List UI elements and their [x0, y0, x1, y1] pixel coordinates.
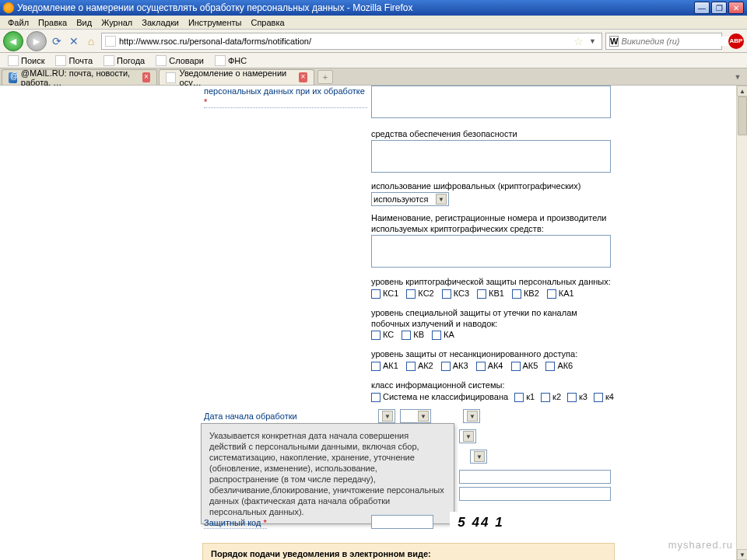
menu-tools[interactable]: Инструменты: [184, 16, 247, 29]
menu-history[interactable]: Журнал: [96, 16, 137, 29]
bookmark-item[interactable]: Поиск: [3, 54, 49, 67]
page-icon: [8, 55, 19, 66]
checkbox-kc[interactable]: КС: [371, 330, 394, 340]
urlbar-dropdown-icon[interactable]: ▼: [587, 37, 598, 45]
checkbox-ak3[interactable]: АК3: [441, 361, 468, 371]
select-year[interactable]: ▼: [463, 409, 480, 423]
tab-label: Уведомление о намерении осу…: [180, 68, 295, 87]
checkbox-ka[interactable]: КА: [432, 330, 454, 340]
label-captcha: Защитный код *: [204, 517, 267, 529]
checkbox-ka1[interactable]: КА1: [547, 289, 574, 299]
back-button[interactable]: ◄: [3, 31, 23, 51]
mailru-icon: [9, 72, 17, 83]
page-content: персональных данных при их обработке * с…: [0, 86, 736, 560]
tab-close-icon[interactable]: ×: [299, 72, 307, 82]
close-button[interactable]: ✕: [728, 2, 744, 14]
row-sys-classes: Система не классифицирована к1 к2 к3 к4: [371, 392, 614, 402]
tab-mailru[interactable]: @MAIL.RU: почта, новости, работа, … ×: [2, 69, 157, 85]
label-leak-level: уровень специальной защиты от утечки по …: [371, 307, 612, 329]
firefox-icon: [3, 2, 14, 13]
checkbox-ak6[interactable]: АК6: [545, 361, 573, 371]
checkbox-kv[interactable]: КВ: [402, 330, 424, 340]
window-title: Уведомление о намерении осуществлять обр…: [17, 2, 694, 13]
page-icon: [215, 55, 226, 66]
tab-list-button[interactable]: ▼: [731, 71, 744, 83]
wikipedia-icon: W: [609, 36, 619, 47]
text-input-2[interactable]: [459, 487, 611, 501]
select-month[interactable]: ▼: [400, 409, 431, 423]
textarea-processing[interactable]: [371, 86, 611, 118]
stop-button[interactable]: ✕: [67, 34, 81, 48]
site-icon: [105, 36, 116, 47]
forward-button[interactable]: ►: [26, 31, 47, 51]
select-tertiary[interactable]: ▼: [470, 450, 487, 464]
checkbox-ak1[interactable]: АК1: [371, 361, 398, 371]
menu-help[interactable]: Справка: [246, 16, 289, 29]
bookmark-item[interactable]: Словари: [151, 54, 209, 67]
scroll-down-icon[interactable]: ▼: [737, 549, 747, 560]
checkbox-ak5[interactable]: АК5: [511, 361, 538, 371]
scroll-thumb[interactable]: [738, 96, 747, 135]
home-button[interactable]: ⌂: [84, 34, 98, 48]
checkbox-ak4[interactable]: АК4: [476, 361, 503, 371]
select-secondary[interactable]: ▼: [459, 429, 476, 443]
checkbox-kc2[interactable]: КС2: [406, 289, 433, 299]
checkbox-ak2[interactable]: АК2: [406, 361, 433, 371]
search-box[interactable]: W 🔍: [605, 33, 722, 50]
label-sys-class: класс информационной системы:: [371, 380, 612, 390]
textarea-security-means[interactable]: [371, 140, 611, 173]
tab-notification[interactable]: Уведомление о намерении осу… ×: [159, 69, 314, 85]
tab-bar: @MAIL.RU: почта, новости, работа, … × Ув…: [0, 68, 747, 86]
tooltip-start-date: Указывается конкретная дата начала совер…: [201, 423, 454, 524]
checkbox-k3[interactable]: к3: [567, 392, 587, 402]
search-input[interactable]: [621, 37, 729, 46]
checkbox-kc1[interactable]: КС1: [371, 289, 398, 299]
bookmark-item[interactable]: ФНС: [210, 54, 251, 67]
scroll-up-icon[interactable]: ▲: [737, 86, 747, 96]
captcha-image: 5 44 1: [450, 512, 512, 534]
reload-button[interactable]: ⟳: [50, 34, 64, 48]
page-icon: [103, 55, 114, 66]
checkbox-not-classified[interactable]: Система не классифицирована: [371, 392, 508, 402]
text-input-1[interactable]: [459, 470, 611, 484]
menu-view[interactable]: Вид: [72, 16, 96, 29]
notice-title: Порядок подачи уведомления в электронном…: [211, 549, 431, 558]
minimize-button[interactable]: —: [694, 2, 710, 14]
checkbox-k1[interactable]: к1: [514, 392, 535, 402]
captcha-input[interactable]: [371, 515, 433, 529]
label-processing: персональных данных при их обработке *: [204, 86, 367, 108]
chevron-down-icon: ▼: [436, 194, 447, 205]
new-tab-button[interactable]: +: [317, 70, 333, 84]
tab-close-icon[interactable]: ×: [142, 72, 150, 82]
select-day[interactable]: ▼: [378, 409, 395, 423]
checkbox-kc3[interactable]: КС3: [442, 289, 469, 299]
row-leak-levels: КС КВ КА: [371, 330, 454, 340]
chevron-down-icon: ▼: [382, 411, 393, 422]
bookmark-item[interactable]: Погода: [99, 54, 149, 67]
checkbox-kv2[interactable]: КВ2: [512, 289, 539, 299]
maximize-button[interactable]: ❐: [711, 2, 727, 14]
bookmark-star-icon[interactable]: ☆: [573, 35, 584, 47]
nav-toolbar: ◄ ► ⟳ ✕ ⌂ ☆ ▼ W 🔍 ABP: [0, 30, 747, 53]
menu-bookmarks[interactable]: Закладки: [137, 16, 184, 29]
bookmark-item[interactable]: Почта: [51, 54, 97, 67]
chevron-down-icon: ▼: [474, 451, 485, 462]
bookmarks-toolbar: Поиск Почта Погода Словари ФНС: [0, 53, 747, 68]
vertical-scrollbar[interactable]: ▲ ▼: [736, 86, 747, 560]
checkbox-kv1[interactable]: КВ1: [477, 289, 504, 299]
select-crypto-use[interactable]: используются ▼: [371, 192, 449, 206]
label-security-means: средства обеспечения безопасности: [371, 128, 517, 139]
checkbox-k4[interactable]: к4: [594, 392, 614, 402]
adblock-icon[interactable]: ABP: [728, 33, 744, 49]
page-icon: [166, 72, 176, 83]
chevron-down-icon: ▼: [418, 411, 429, 422]
menu-file[interactable]: Файл: [3, 16, 33, 29]
page-icon: [55, 55, 66, 66]
checkbox-k2[interactable]: к2: [541, 392, 561, 402]
url-input[interactable]: [119, 37, 570, 46]
notice-box: Порядок подачи уведомления в электронном…: [202, 543, 615, 560]
chevron-down-icon: ▼: [463, 431, 474, 442]
textarea-crypto-names[interactable]: [371, 235, 611, 268]
menu-edit[interactable]: Правка: [33, 16, 72, 29]
url-bar[interactable]: ☆ ▼: [101, 33, 602, 50]
